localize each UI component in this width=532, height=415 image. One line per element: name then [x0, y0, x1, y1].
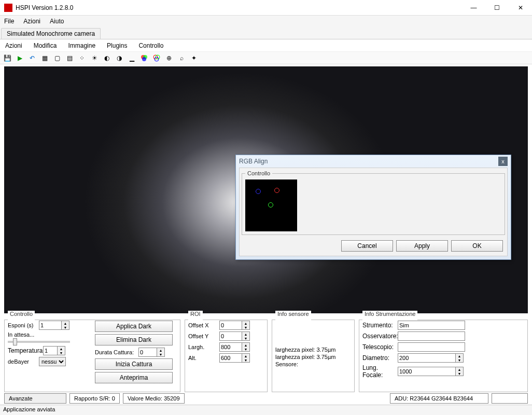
binoculars-icon[interactable]: ⌕ — [177, 54, 186, 62]
strumento-input[interactable] — [398, 321, 465, 330]
align-icon[interactable]: ⊕ — [165, 54, 173, 62]
diametro-input[interactable] — [398, 353, 456, 363]
rgb-align-dialog: RGB Align x Controllo Cancel Apply OK — [235, 155, 511, 260]
dialog-close-button[interactable]: x — [498, 157, 508, 166]
roi-legend: ROI — [188, 311, 203, 317]
avanzate-button[interactable]: Avanzate — [4, 393, 66, 404]
window-title: HSPI Version 1.2.8.0 — [16, 4, 462, 11]
strum-legend: Info Strumentazione — [362, 311, 417, 317]
contrast-icon[interactable]: ◐ — [103, 54, 111, 62]
pixel-width-1: larghezza pixel: 3.75µm — [275, 347, 351, 353]
temp-label: Temperatura: — [8, 347, 43, 354]
slider-thumb[interactable] — [13, 338, 17, 345]
menu-azioni[interactable]: Azioni — [23, 18, 40, 25]
invert-icon[interactable]: ◑ — [115, 54, 123, 62]
status-bar: Applicazione avviata — [0, 405, 532, 415]
menu-file[interactable]: File — [4, 18, 14, 25]
valore-medio-display: Valore Medio: 35209 — [123, 393, 185, 404]
strumento-label: Strumento: — [362, 322, 398, 329]
applica-dark-button[interactable]: Applica Dark — [95, 321, 173, 332]
largh-label: Largh. — [188, 344, 219, 350]
temp-up[interactable]: ▲ — [58, 347, 65, 351]
apply-button[interactable]: Apply — [396, 240, 448, 252]
lungfocale-input[interactable] — [398, 367, 456, 376]
page-icon[interactable]: ▤ — [65, 54, 74, 62]
submenu-controllo[interactable]: Controllo — [138, 42, 163, 49]
offsetx-input[interactable] — [219, 321, 242, 330]
offsetx-label: Offset X — [188, 322, 219, 328]
largh-input[interactable] — [219, 342, 242, 352]
submenu-azioni[interactable]: Azioni — [5, 42, 22, 49]
controllo-legend: Controllo — [8, 311, 35, 317]
pixel-width-2: larghezza pixel: 3.75µm — [275, 354, 351, 360]
esponi-input[interactable] — [39, 321, 62, 330]
lungfocale-label: Lung. Focale: — [362, 364, 398, 379]
menu-aiuto[interactable]: Aiuto — [50, 18, 64, 25]
camera-tabbar: Simulated Monochrome camera — [0, 27, 532, 39]
close-button[interactable]: ✕ — [509, 0, 532, 15]
exposure-slider[interactable] — [8, 341, 70, 343]
save-icon[interactable]: 💾 — [3, 54, 11, 62]
osservatore-input[interactable] — [398, 331, 465, 341]
debayer-label: deBayer — [8, 358, 39, 365]
histogram-icon[interactable]: ▁ — [128, 54, 136, 62]
adu-display: ADU: R23644 G23644 B23644 — [390, 393, 488, 404]
image-menubar: Azioni Modifica Immagine Plugins Control… — [0, 39, 532, 52]
esponi-down[interactable]: ▼ — [62, 325, 69, 329]
offsety-input[interactable] — [219, 331, 242, 341]
alt-label: Alt. — [188, 355, 219, 361]
anteprima-button[interactable]: Anteprima — [95, 372, 173, 383]
esponi-up[interactable]: ▲ — [62, 321, 69, 325]
durata-label: Durata Cattura: — [95, 349, 138, 355]
brightness-icon[interactable]: ☀ — [90, 54, 99, 62]
temp-input[interactable] — [43, 346, 58, 355]
esponi-label: Esponi (s) — [8, 322, 39, 328]
toolbar: 💾 ▶ ↶ ▦ ▢ ▤ ⁘ ☀ ◐ ◑ ▁ ⊕ ⌕ ✦ — [0, 52, 532, 64]
sensore-legend: Info sensore — [275, 311, 311, 317]
rapporto-display: Rapporto S/R: 0 — [69, 393, 120, 404]
rgb-align-preview[interactable] — [245, 179, 297, 231]
dialog-title-text: RGB Align — [239, 158, 268, 165]
dialog-group-label: Controllo — [245, 170, 272, 176]
sensore-label: Sensore: — [275, 361, 351, 367]
telescope-icon[interactable]: ✦ — [190, 54, 198, 62]
svg-point-2 — [142, 57, 146, 61]
durata-input[interactable] — [138, 348, 157, 357]
offsety-label: Offset Y — [188, 333, 219, 339]
play-icon[interactable]: ▶ — [16, 54, 24, 62]
temp-down[interactable]: ▼ — [58, 351, 65, 355]
inizia-cattura-button[interactable]: Inizia Cattura — [95, 358, 173, 370]
red-channel-circle[interactable] — [274, 188, 279, 193]
minimize-button[interactable]: — — [462, 0, 485, 15]
telescopio-input[interactable] — [398, 342, 465, 352]
undo-icon[interactable]: ↶ — [28, 54, 36, 62]
rgb-icon[interactable] — [140, 54, 148, 62]
green-channel-circle[interactable] — [268, 202, 273, 208]
blue-channel-circle[interactable] — [256, 189, 261, 194]
submenu-plugins[interactable]: Plugins — [107, 42, 127, 49]
alt-input[interactable] — [219, 353, 242, 363]
window-titlebar: HSPI Version 1.2.8.0 — ☐ ✕ — [0, 0, 532, 16]
dots-icon[interactable]: ⁘ — [78, 54, 86, 62]
submenu-modifica[interactable]: Modifica — [34, 42, 57, 49]
ok-button[interactable]: OK — [451, 240, 503, 252]
square-icon[interactable]: ▢ — [53, 54, 61, 62]
osserv-label: Osservatore: — [362, 333, 398, 340]
main-menubar: File Azioni Aiuto — [0, 16, 532, 27]
elimina-dark-button[interactable]: Elimina Dark — [95, 334, 173, 345]
debayer-select[interactable]: nessu — [39, 357, 66, 366]
submenu-immagine[interactable]: Immagine — [68, 42, 95, 49]
extra-status — [492, 393, 528, 404]
grid-icon[interactable]: ▦ — [40, 54, 49, 62]
telesc-label: Telescopio: — [362, 343, 398, 351]
cancel-button[interactable]: Cancel — [341, 240, 393, 252]
durata-up[interactable]: ▲ — [157, 348, 164, 352]
app-icon — [4, 4, 12, 12]
camera-tab[interactable]: Simulated Monochrome camera — [1, 28, 101, 39]
maximize-button[interactable]: ☐ — [485, 0, 509, 15]
rgb-outline-icon[interactable] — [152, 54, 161, 62]
waiting-label: In attesa... — [8, 331, 34, 338]
diametro-label: Diametro: — [362, 354, 398, 362]
durata-down[interactable]: ▼ — [157, 352, 164, 356]
